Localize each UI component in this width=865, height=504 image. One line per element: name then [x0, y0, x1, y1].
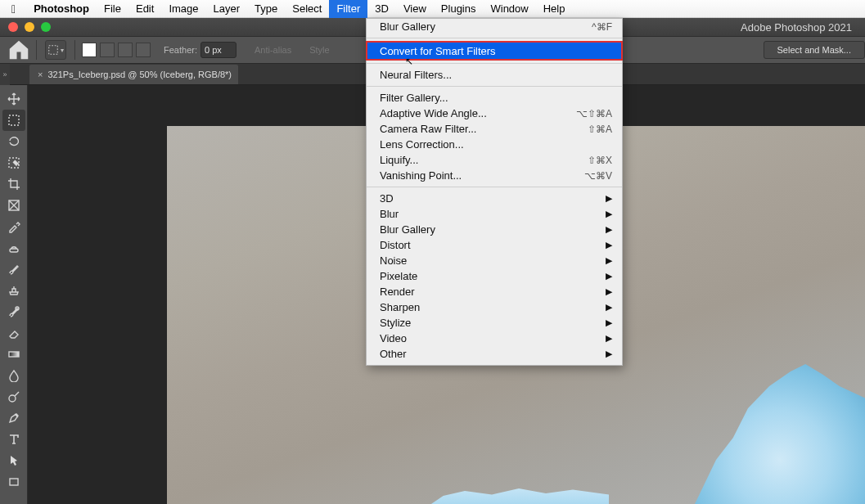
apple-menu-icon[interactable]: : [11, 2, 16, 16]
rectangular-marquee-tool[interactable]: [2, 110, 25, 131]
panel-collapse-strip[interactable]: »: [0, 64, 10, 85]
chevron-right-icon: ▶: [606, 255, 612, 266]
brush-tool[interactable]: [2, 259, 25, 280]
chevron-right-icon: ▶: [606, 317, 612, 328]
close-tab-icon[interactable]: ×: [38, 70, 43, 79]
menu-submenu-pixelate[interactable]: Pixelate▶: [367, 268, 622, 284]
menu-image[interactable]: Image: [161, 0, 205, 18]
menu-item-vanishing-point[interactable]: Vanishing Point... ⌥⌘V: [367, 168, 622, 183]
menu-submenu-other[interactable]: Other▶: [367, 346, 622, 362]
document-tab[interactable]: × 321Ps_Iceberg.psd @ 50% (Iceberg, RGB/…: [29, 65, 238, 84]
menu-separator: [367, 63, 622, 64]
history-brush-tool[interactable]: [2, 301, 25, 322]
chevron-right-icon: ▶: [606, 286, 612, 297]
menu-item-label: Pixelate: [380, 270, 417, 282]
menu-item-label: Vanishing Point...: [380, 169, 462, 182]
home-button[interactable]: [7, 39, 31, 61]
menu-item-lens-correction[interactable]: Lens Correction...: [367, 137, 622, 152]
menu-photoshop[interactable]: Photoshop: [26, 0, 97, 18]
separator: [36, 40, 37, 60]
toolbox: [0, 85, 28, 504]
select-and-mask-button[interactable]: Select and Mask...: [764, 41, 866, 59]
path-selection-tool[interactable]: [2, 450, 25, 471]
menu-submenu-noise[interactable]: Noise▶: [367, 253, 622, 268]
chevron-right-icon: ▶: [606, 240, 612, 250]
close-window-icon[interactable]: [8, 22, 18, 32]
separator: [74, 40, 75, 60]
menu-item-shortcut: ⌥⌘V: [584, 170, 612, 182]
menu-submenu-sharpen[interactable]: Sharpen▶: [367, 299, 622, 315]
tool-preset-picker[interactable]: ▾: [45, 40, 66, 60]
menu-separator: [367, 187, 622, 187]
menu-item-label: Noise: [380, 254, 407, 267]
selection-mode-add[interactable]: [100, 43, 115, 57]
svg-rect-1: [9, 115, 19, 125]
type-tool[interactable]: [2, 429, 25, 450]
menu-submenu-stylize[interactable]: Stylize▶: [367, 315, 622, 331]
menu-item-filter-gallery[interactable]: Filter Gallery...: [367, 90, 622, 106]
menu-filter[interactable]: Filter: [329, 0, 367, 18]
menu-item-label: Sharpen: [380, 301, 420, 313]
menu-submenu-distort[interactable]: Distort▶: [367, 237, 622, 253]
menu-submenu-blur-gallery[interactable]: Blur Gallery▶: [367, 222, 622, 237]
dodge-tool[interactable]: [2, 386, 25, 407]
chevron-right-icon: ▶: [606, 302, 612, 313]
chevron-right-icon: ▶: [606, 333, 612, 344]
menu-help[interactable]: Help: [536, 0, 573, 18]
menu-view[interactable]: View: [396, 0, 434, 18]
menu-select[interactable]: Select: [285, 0, 329, 18]
menu-item-liquify[interactable]: Liquify... ⇧⌘X: [367, 152, 622, 168]
menu-item-camera-raw-filter[interactable]: Camera Raw Filter... ⇧⌘A: [367, 121, 622, 137]
svg-rect-0: [49, 46, 58, 55]
chevron-right-icon: »: [2, 70, 7, 79]
menu-submenu-3d[interactable]: 3D▶: [367, 191, 622, 206]
spot-healing-brush-tool[interactable]: [2, 237, 25, 259]
chevron-right-icon: ▶: [606, 224, 612, 235]
menu-3d[interactable]: 3D: [367, 0, 396, 18]
menu-item-convert-smart-filters[interactable]: Convert for Smart Filters ↖: [367, 42, 622, 60]
menu-item-label: 3D: [380, 192, 394, 205]
frame-tool[interactable]: [2, 195, 25, 216]
rectangle-tool[interactable]: [2, 471, 25, 493]
menu-item-label: Other: [380, 348, 407, 360]
eyedropper-tool[interactable]: [2, 216, 25, 237]
menu-submenu-video[interactable]: Video▶: [367, 331, 622, 346]
chevron-right-icon: ▶: [606, 349, 612, 359]
traffic-lights[interactable]: [0, 22, 51, 32]
selection-mode-intersect[interactable]: [136, 43, 151, 57]
crop-tool[interactable]: [2, 173, 25, 195]
menu-edit[interactable]: Edit: [128, 0, 161, 18]
filter-menu-dropdown[interactable]: Blur Gallery ^⌘F Convert for Smart Filte…: [366, 18, 623, 366]
macos-menubar[interactable]:  Photoshop File Edit Image Layer Type S…: [0, 0, 865, 18]
clone-stamp-tool[interactable]: [2, 280, 25, 301]
menu-file[interactable]: File: [97, 0, 128, 18]
zoom-window-icon[interactable]: [41, 22, 51, 32]
menu-item-last-filter[interactable]: Blur Gallery ^⌘F: [367, 19, 622, 34]
blur-tool[interactable]: [2, 365, 25, 386]
menu-item-adaptive-wide-angle[interactable]: Adaptive Wide Angle... ⌥⇧⌘A: [367, 106, 622, 121]
selection-mode-subtract[interactable]: [118, 43, 133, 57]
feather-input[interactable]: 0 px: [200, 42, 237, 58]
object-selection-tool[interactable]: [2, 152, 25, 173]
eraser-tool[interactable]: [2, 322, 25, 344]
gradient-tool[interactable]: [2, 344, 25, 365]
menu-plugins[interactable]: Plugins: [434, 0, 484, 18]
selection-mode-new[interactable]: [82, 43, 97, 57]
style-option[interactable]: Style: [309, 45, 329, 55]
menu-item-label: Video: [380, 332, 407, 344]
menu-layer[interactable]: Layer: [206, 0, 248, 18]
chevron-right-icon: ▶: [606, 209, 612, 219]
lasso-tool[interactable]: [2, 131, 25, 152]
menu-item-neural-filters[interactable]: Neural Filters...: [367, 67, 622, 83]
menu-item-label: Convert for Smart Filters: [380, 45, 496, 57]
menu-submenu-render[interactable]: Render▶: [367, 284, 622, 299]
svg-rect-6: [9, 352, 19, 357]
menu-item-label: Filter Gallery...: [380, 92, 448, 104]
menu-window[interactable]: Window: [483, 0, 535, 18]
menu-submenu-blur[interactable]: Blur▶: [367, 206, 622, 222]
minimize-window-icon[interactable]: [25, 22, 34, 32]
svg-rect-8: [10, 479, 18, 485]
move-tool[interactable]: [2, 88, 25, 110]
pen-tool[interactable]: [2, 407, 25, 429]
menu-type[interactable]: Type: [247, 0, 285, 18]
